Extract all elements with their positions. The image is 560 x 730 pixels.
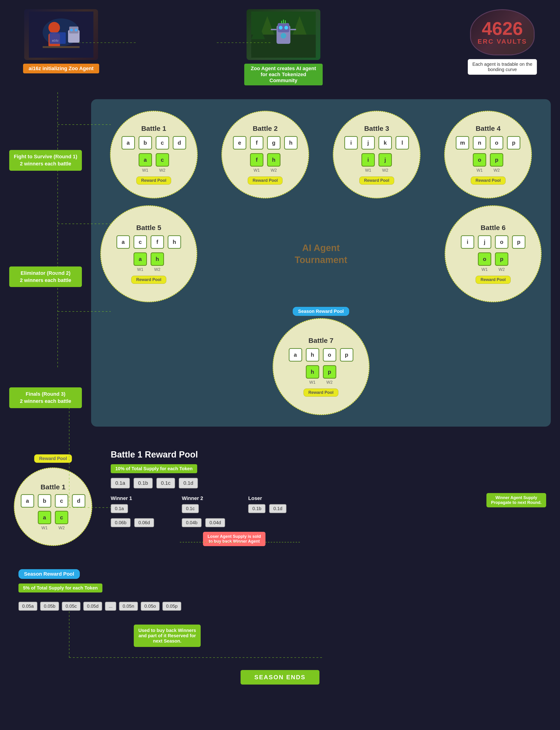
rb1-winner1: a W1 <box>38 511 51 531</box>
b7-agent-h: h <box>306 348 319 361</box>
battle1-circle: Battle 1 a b c d a W1 c <box>110 111 198 198</box>
season-tokens-row: 0.05a 0.05b 0.05c 0.05d ... 0.05n 0.05o … <box>18 602 201 611</box>
b6-agent-j: j <box>478 235 491 249</box>
b3-winner2: j W2 <box>378 153 392 173</box>
b3-w1-box: i <box>361 153 375 167</box>
b7-w2-box: p <box>323 365 336 379</box>
s-token-ellipsis: ... <box>105 602 116 611</box>
season-note-badge: Used to buy back Winners and part of it … <box>134 625 201 647</box>
battle7-circle: Battle 7 a h o p h W1 p <box>273 318 369 415</box>
agent-i: i <box>344 136 358 149</box>
token-01a: 0.1a <box>111 478 130 489</box>
agent-d: d <box>173 136 186 149</box>
rb1-agent-d: d <box>72 494 85 508</box>
agent-b: b <box>139 136 152 149</box>
battle2-winners: f W1 h W2 <box>250 153 280 173</box>
b5-w2-box: h <box>151 252 164 266</box>
svg-point-19 <box>284 26 288 30</box>
round3-label: Finals (Round 3) 2 winners each battle <box>9 388 82 408</box>
loser2-token: 0.1d <box>269 504 286 513</box>
battles-row2: Battle 5 a c f h a W1 h <box>100 205 542 302</box>
winner1-col: Winner 1 0.1a 0.06b 0.06d <box>111 495 154 527</box>
rb1-winners: a W1 c W2 <box>38 511 68 531</box>
svg-rect-8 <box>43 46 80 48</box>
w2-extra1: 0.04b <box>182 518 202 527</box>
rb1-w2-box: c <box>55 511 68 524</box>
zoo-agent-label: Zoo Agent creates AI agent for each Toke… <box>244 64 323 85</box>
battle6-title: Battle 6 <box>481 224 506 232</box>
top-left-item: ai16z ai16z initializing Zoo Agent <box>23 9 99 73</box>
b6-agent-i: i <box>461 235 474 249</box>
battle2-circle: Battle 2 e f g h f W1 h <box>221 111 309 198</box>
tournament-box: Battle 1 a b c d a W1 c <box>91 99 551 427</box>
svg-point-18 <box>279 26 283 30</box>
agent-o: o <box>490 136 503 149</box>
battle6-circle: Battle 6 i j o p o W1 p <box>445 205 542 302</box>
svg-point-2 <box>48 22 60 33</box>
battle1-detail: Battle 1 Reward Pool 10% of Total Supply… <box>106 445 546 551</box>
svg-rect-25 <box>283 20 284 24</box>
battle5-winners: a W1 h W2 <box>134 252 164 272</box>
svg-point-6 <box>70 29 73 31</box>
supply-badge: 10% of Total Supply for each Token <box>111 464 197 473</box>
battle4-agents: m n o p <box>456 136 520 149</box>
b6-w1-box: o <box>478 252 491 266</box>
reward-pool-label: Reward Pool <box>34 454 72 463</box>
rb1-agent-a: a <box>21 494 34 508</box>
battle6-agents: i j o p <box>461 235 525 249</box>
rb1-w1-box: a <box>38 511 51 524</box>
battle4-title: Battle 4 <box>476 125 500 132</box>
s-token-05p: 0.05p <box>162 602 181 611</box>
left-labels: Fight to Survive (Round 1) 2 winners eac… <box>9 99 82 427</box>
b2-winner2: h W2 <box>267 153 280 173</box>
loser-col: Loser 0.1b 0.1d <box>248 495 286 527</box>
loser-col-title: Loser <box>248 495 286 501</box>
svg-point-20 <box>281 33 286 39</box>
battles-row3: Season Reward Pool Battle 7 a h o p h W1 <box>100 307 542 415</box>
b7-w1-box: h <box>306 365 319 379</box>
tournament-center-label: AI AgentTournament <box>288 237 354 270</box>
b7-winner2: p W2 <box>323 365 336 385</box>
b5-winner1: a W1 <box>134 252 147 272</box>
battle3-reward: Reward Pool <box>359 176 394 184</box>
b2-winner1: f W1 <box>250 153 263 173</box>
winner1-col-title: Winner 1 <box>111 495 154 501</box>
svg-rect-24 <box>285 20 286 24</box>
token-row: 0.1a 0.1b 0.1c 0.1d <box>111 478 542 489</box>
logo-sub: ERC VAULTS <box>478 38 527 45</box>
round2-label: Eliminator (Round 2) 2 winners each batt… <box>9 266 82 287</box>
battle3-winners: i W1 j W2 <box>361 153 392 173</box>
winner2-col-title: Winner 2 <box>182 495 225 501</box>
logo-number: 4626 <box>482 19 523 38</box>
agent-k: k <box>378 136 392 149</box>
s-token-05b: 0.05b <box>40 602 59 611</box>
loser1-token: 0.1b <box>248 504 265 513</box>
bottom-section: Reward Pool Battle 1 a b c d a W1 c W <box>9 445 551 551</box>
top-center-item: Zoo Agent creates AI agent for each Toke… <box>244 9 323 85</box>
w1-extra1: 0.06b <box>111 518 131 527</box>
battles-row1: Battle 1 a b c d a W1 c <box>100 111 542 198</box>
b4-w2-box: p <box>490 153 503 167</box>
b7-winner1: h W1 <box>306 365 319 385</box>
season-pool-section: Season Reward Pool 5% of Total Supply fo… <box>9 569 551 698</box>
w1-extra2: 0.06d <box>134 518 154 527</box>
w2-token: 0.1c <box>182 504 199 513</box>
agent-a: a <box>122 136 135 149</box>
battle1-agents: a b c d <box>122 136 186 149</box>
battle1-reward: Reward Pool <box>136 176 171 184</box>
s-token-05a: 0.05a <box>18 602 37 611</box>
agent-n: n <box>473 136 486 149</box>
agent-c: c <box>156 136 169 149</box>
battle4-winners: o W1 p W2 <box>473 153 503 173</box>
rb1-agent-b: b <box>38 494 51 508</box>
token-01c: 0.1c <box>156 478 175 489</box>
ai16z-image: ai16z <box>24 9 98 60</box>
winners-detail-area: Winner 1 0.1a 0.06b 0.06d Winner 2 0.1c <box>111 495 542 527</box>
battle7-reward: Reward Pool <box>304 389 338 397</box>
rb1-winner2: c W2 <box>55 511 68 531</box>
winner2-col: Winner 2 0.1c 0.04b 0.04d <box>182 495 225 527</box>
svg-text:ai16z: ai16z <box>52 39 59 42</box>
b6-w2-box: p <box>495 252 508 266</box>
svg-rect-22 <box>290 29 296 30</box>
b4-winner2: p W2 <box>490 153 503 173</box>
